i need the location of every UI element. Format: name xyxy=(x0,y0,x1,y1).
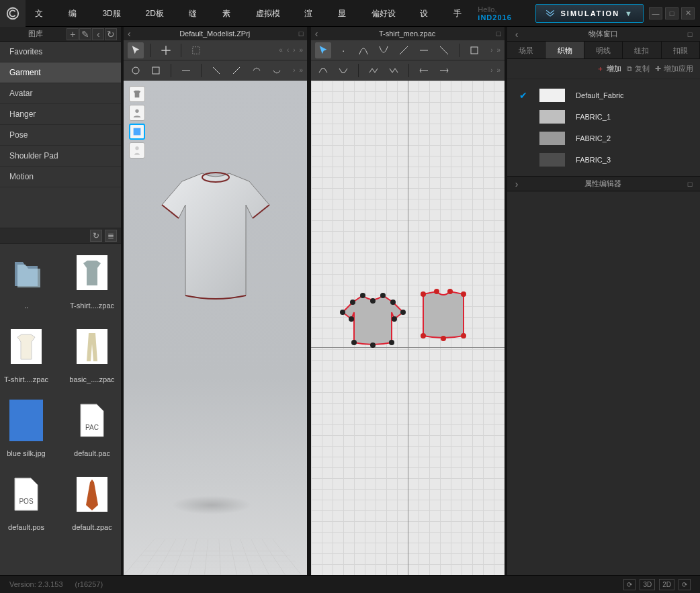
next-icon[interactable]: › xyxy=(293,46,295,54)
line-tool-2[interactable] xyxy=(416,42,432,58)
menu-显示[interactable]: 显示 xyxy=(329,0,362,26)
menu-偏好设置[interactable]: 偏好设置 xyxy=(362,0,410,26)
rect-tool[interactable] xyxy=(466,42,482,58)
thumb-item[interactable]: basic_....zpac xyxy=(71,326,113,383)
tool-c[interactable] xyxy=(178,62,194,79)
pattern-pieces[interactable] xyxy=(339,289,474,356)
nav-next-2d[interactable]: › xyxy=(490,46,492,54)
maximize-2d-icon[interactable]: □ xyxy=(492,30,505,38)
status-mode-2D[interactable]: 2D xyxy=(659,579,674,590)
collapse-right-icon[interactable]: ‹ xyxy=(511,29,522,40)
collapse-prop-icon[interactable]: › xyxy=(511,179,522,189)
collapse-2d-icon[interactable]: ‹ xyxy=(311,28,322,39)
view-texture-icon[interactable] xyxy=(129,124,145,140)
next-set-icon[interactable]: » xyxy=(300,46,304,54)
next2-set-icon[interactable]: » xyxy=(300,66,304,74)
thumb-item[interactable]: POSdefault.pos xyxy=(5,473,47,531)
reload-icon[interactable]: ↻ xyxy=(105,28,117,40)
tab-纽扣[interactable]: 纽扣 xyxy=(623,42,661,58)
back-icon[interactable]: ‹ xyxy=(92,28,104,40)
line-tool-3[interactable] xyxy=(436,42,452,58)
view-mannequin-icon[interactable] xyxy=(129,142,145,158)
nav-end-2d[interactable]: » xyxy=(497,46,501,54)
canvas-3d[interactable] xyxy=(124,81,307,575)
edit-point-tool[interactable] xyxy=(315,42,331,58)
sew-tool-3[interactable] xyxy=(365,62,382,79)
fabric-row[interactable]: FABRIC_1 xyxy=(507,106,700,128)
apply-fabric-button[interactable]: ✚ 增加应用 xyxy=(655,64,693,74)
thumb-item[interactable]: blue silk.jpg xyxy=(5,400,47,457)
tool-g[interactable] xyxy=(269,62,285,79)
nav2-next-2d[interactable]: › xyxy=(490,66,492,74)
add-fabric-button[interactable]: ＋增加 xyxy=(597,64,621,74)
thumb-item[interactable]: .. xyxy=(5,252,47,310)
sew-tool-4[interactable] xyxy=(386,62,402,79)
fabric-row[interactable]: FABRIC_2 xyxy=(507,128,700,149)
sew-tool-2[interactable] xyxy=(335,62,351,79)
menu-2D板片[interactable]: 2D板片 xyxy=(136,0,179,26)
view-avatar-icon[interactable] xyxy=(129,105,145,121)
menu-缝纫[interactable]: 缝纫 xyxy=(179,0,213,26)
close-button[interactable]: ✕ xyxy=(681,7,695,19)
simulation-button[interactable]: SIMULATION ▼ xyxy=(535,4,644,23)
point-tool[interactable]: · xyxy=(335,42,351,58)
add-button[interactable]: + xyxy=(67,28,79,40)
nav-pose[interactable]: Pose xyxy=(0,125,121,146)
move-tool[interactable] xyxy=(158,42,174,58)
next2-icon[interactable]: › xyxy=(293,66,295,74)
menu-手册[interactable]: 手册 xyxy=(444,0,478,26)
nav2-end-2d[interactable]: » xyxy=(497,66,501,74)
menu-3D服装[interactable]: 3D服装 xyxy=(93,0,136,26)
nav-favorites[interactable]: Favorites xyxy=(0,42,121,62)
thumb-item[interactable]: T-shirt....zpac xyxy=(71,252,113,310)
thumb-item[interactable]: T-shirt....zpac xyxy=(5,326,47,383)
tool-b[interactable] xyxy=(148,62,164,79)
nav-avatar[interactable]: Avatar xyxy=(0,83,121,104)
thumb-item[interactable]: PACdefault.pac xyxy=(71,400,113,457)
list-view-icon[interactable]: ≣ xyxy=(105,230,117,242)
sew-tool-6[interactable] xyxy=(436,62,452,79)
tool-d[interactable] xyxy=(208,62,224,79)
tab-场景[interactable]: 场景 xyxy=(507,42,545,58)
minimize-button[interactable]: — xyxy=(649,7,662,19)
view-shirt-icon[interactable] xyxy=(129,86,145,102)
status-mode-0[interactable]: ⟳ xyxy=(623,579,636,590)
status-mode-3D[interactable]: 3D xyxy=(640,579,655,590)
tool-a[interactable] xyxy=(128,62,144,79)
menu-渲染[interactable]: 渲染 xyxy=(295,0,329,26)
tab-明线[interactable]: 明线 xyxy=(584,42,623,58)
sew-tool-5[interactable] xyxy=(416,62,432,79)
nav-shoulder-pad[interactable]: Shoulder Pad xyxy=(0,146,121,167)
canvas-2d[interactable] xyxy=(311,81,505,575)
menu-文件[interactable]: 文件 xyxy=(26,0,59,26)
curve-tool-2[interactable] xyxy=(376,42,392,58)
curve-tool-1[interactable] xyxy=(355,42,371,58)
cursor-tool[interactable] xyxy=(128,42,144,58)
menu-编辑[interactable]: 编辑 xyxy=(59,0,93,26)
sew-tool-1[interactable] xyxy=(315,62,331,79)
menu-素材[interactable]: 素材 xyxy=(213,0,247,26)
fabric-row[interactable]: ✔Default_Fabric xyxy=(507,85,700,106)
maximize-right-icon[interactable]: □ xyxy=(684,30,696,38)
tab-织物[interactable]: 织物 xyxy=(545,42,584,58)
menu-设置[interactable]: 设置 xyxy=(410,0,444,26)
copy-fabric-button[interactable]: ⧉ 复制 xyxy=(627,64,650,74)
line-tool-1[interactable] xyxy=(396,42,412,58)
collapse-3d-icon[interactable]: ‹ xyxy=(124,28,134,39)
status-mode-3[interactable]: ⟳ xyxy=(679,579,691,590)
thumb-item[interactable]: default.zpac xyxy=(71,473,113,531)
edit-button[interactable]: ✎ xyxy=(79,28,91,40)
tab-扣眼[interactable]: 扣眼 xyxy=(662,42,700,58)
refresh-icon[interactable]: ↻ xyxy=(90,230,102,242)
nav-motion[interactable]: Motion xyxy=(0,167,121,187)
maximize-button[interactable]: □ xyxy=(665,7,679,19)
nav-garment[interactable]: Garment xyxy=(0,62,121,83)
maximize-3d-icon[interactable]: □ xyxy=(295,30,307,38)
tool-f[interactable] xyxy=(249,62,265,79)
prev-icon[interactable]: ‹ xyxy=(287,46,289,54)
maximize-prop-icon[interactable]: □ xyxy=(684,180,696,188)
nav-hanger[interactable]: Hanger xyxy=(0,104,121,125)
fabric-row[interactable]: FABRIC_3 xyxy=(507,149,700,171)
prev-set-icon[interactable]: « xyxy=(279,46,283,54)
menu-虚拟模特[interactable]: 虚拟模特 xyxy=(247,0,295,26)
